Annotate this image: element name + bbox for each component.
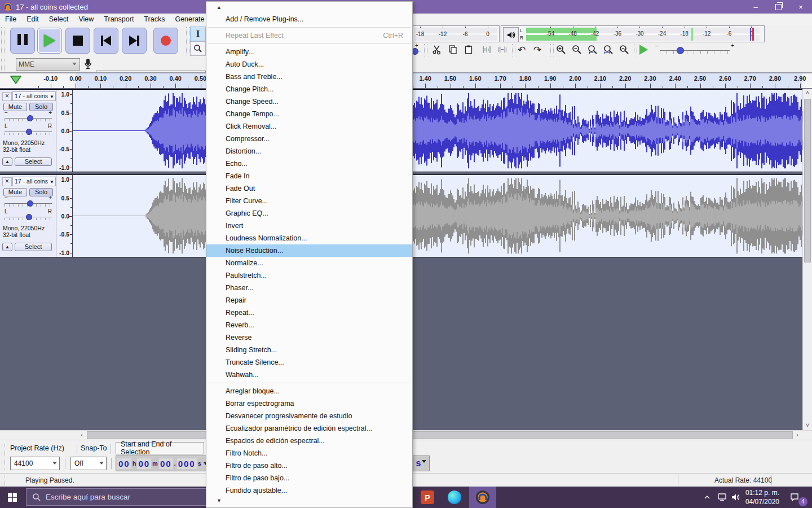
taskbar-powerpoint-button[interactable]: P: [415, 487, 440, 508]
taskbar-clock[interactable]: 01:12 p. m. 04/07/2020: [745, 488, 779, 506]
collapse-track-button[interactable]: ▲: [2, 243, 12, 251]
menubar-item-file[interactable]: File: [0, 14, 21, 25]
audio-host-combo[interactable]: MME: [16, 58, 80, 71]
menu-item-change-tempo[interactable]: Change Tempo...: [206, 108, 412, 120]
menu-item-reverse[interactable]: Reverse: [206, 331, 412, 344]
menu-item-espacios-de-edici-n-espectral[interactable]: Espacios de edición espectral...: [206, 435, 412, 447]
menu-item-graphic-eq[interactable]: Graphic EQ...: [206, 207, 412, 220]
menu-item-change-speed[interactable]: Change Speed...: [206, 95, 412, 108]
menu-item-invert[interactable]: Invert: [206, 220, 412, 232]
menu-item-ecualizador-param-trico-de-edici-n-espectral[interactable]: Ecualizador paramétrico de edición espec…: [206, 422, 412, 435]
menu-item-repeat[interactable]: Repeat...: [206, 306, 412, 319]
taskbar-edge-button[interactable]: [442, 487, 467, 508]
selection-start-time-field[interactable]: 00h00m00.000s: [116, 456, 209, 471]
menubar-item-tracks[interactable]: Tracks: [139, 14, 170, 25]
close-button[interactable]: ×: [789, 0, 812, 14]
track-2-vertical-ruler[interactable]: 1.00.50.0-0.5-1.0: [56, 175, 73, 257]
pan-slider-thumb[interactable]: [26, 214, 32, 220]
selection-mode-button[interactable]: Start and End of Selection: [116, 442, 204, 454]
cut-button[interactable]: [430, 43, 444, 56]
track-1-vertical-ruler[interactable]: 1.00.50.0-0.5-1.0: [56, 90, 73, 172]
menu-item-noise-reduction[interactable]: Noise Reduction...: [206, 244, 412, 257]
menubar-item-view[interactable]: View: [73, 14, 99, 25]
silence-audio-button[interactable]: [495, 43, 510, 56]
play-speed-slider[interactable]: ‒ +: [655, 43, 734, 56]
menu-item-filtro-notch[interactable]: Filtro Notch...: [206, 447, 412, 459]
menu-item-amplify[interactable]: Amplify...: [206, 46, 412, 58]
taskbar-search-box[interactable]: Escribe aquí para buscar: [26, 488, 206, 506]
pan-slider[interactable]: L R: [5, 127, 52, 136]
menu-item-filtro-de-paso-alto[interactable]: Filtro de paso alto...: [206, 459, 412, 472]
copy-button[interactable]: [445, 43, 460, 56]
zoom-out-button[interactable]: [570, 43, 584, 56]
menu-item-paulstretch[interactable]: Paulstretch...: [206, 269, 412, 282]
playback-meter-speaker-button[interactable]: [503, 27, 519, 42]
menu-item-filtro-de-paso-bajo[interactable]: Filtro de paso bajo...: [206, 472, 412, 484]
menu-item-fade-out[interactable]: Fade Out: [206, 182, 412, 195]
track-title-menu[interactable]: ▼17 - all coins: [12, 91, 56, 101]
selection-tool-button[interactable]: I: [190, 27, 206, 41]
horizontal-scroll-thumb[interactable]: [87, 431, 793, 439]
track-title-menu[interactable]: ▼17 - all coins: [12, 177, 56, 186]
trim-audio-button[interactable]: [479, 43, 494, 56]
stop-button[interactable]: [65, 28, 90, 54]
menu-item-echo[interactable]: Echo...: [206, 157, 412, 170]
gain-slider[interactable]: − +: [5, 199, 52, 208]
collapse-track-button[interactable]: ▲: [2, 157, 12, 166]
taskbar-audacity-button[interactable]: [469, 487, 496, 508]
scroll-left-arrow[interactable]: ‹: [77, 431, 86, 440]
scroll-up-arrow[interactable]: ˄: [803, 89, 812, 98]
gain-slider[interactable]: − +: [5, 113, 52, 122]
fit-selection-button[interactable]: [585, 43, 600, 56]
speed-slider-thumb[interactable]: [677, 47, 684, 54]
snap-to-combo[interactable]: Off: [70, 457, 107, 470]
pan-slider-thumb[interactable]: [26, 129, 32, 135]
record-button[interactable]: [153, 28, 178, 54]
menu-item-distortion[interactable]: Distortion...: [206, 145, 412, 157]
menu-item-click-removal[interactable]: Click Removal...: [206, 120, 412, 133]
recording-meter[interactable]: -18-12-60: [413, 25, 500, 42]
skip-to-start-button[interactable]: [94, 28, 118, 54]
selection-end-time-field-fragment[interactable]: s: [413, 456, 430, 471]
fit-project-button[interactable]: [601, 43, 616, 56]
menu-item-change-pitch[interactable]: Change Pitch...: [206, 83, 412, 95]
play-at-speed-button[interactable]: [636, 43, 651, 56]
start-button[interactable]: [0, 487, 25, 508]
menu-item-sliding-stretch[interactable]: Sliding Stretch...: [206, 344, 412, 356]
menu-item-normalize[interactable]: Normalize...: [206, 257, 412, 269]
menu-item-fade-in[interactable]: Fade In: [206, 170, 412, 182]
pan-slider[interactable]: L R: [5, 212, 52, 221]
track-2-waveform[interactable]: [73, 175, 802, 257]
vertical-scroll-thumb[interactable]: [804, 99, 811, 262]
menu-item-arreglar-bloque[interactable]: Arreglar bloque...: [206, 385, 412, 397]
menu-item-wahwah[interactable]: Wahwah...: [206, 369, 412, 381]
network-icon[interactable]: [717, 493, 727, 502]
menu-scroll-up[interactable]: ▲: [206, 2, 412, 13]
redo-button[interactable]: ↷: [530, 43, 545, 56]
menubar-item-edit[interactable]: Edit: [21, 14, 44, 25]
project-rate-combo[interactable]: 44100: [10, 457, 60, 470]
zoom-toggle-button[interactable]: [617, 43, 632, 56]
paste-button[interactable]: [461, 43, 476, 56]
undo-button[interactable]: ↶: [514, 43, 529, 56]
playback-meter[interactable]: L R -54-48-42-36-30-24-18-12-60: [501, 25, 765, 42]
edit-toolbar-grip[interactable]: [424, 44, 427, 56]
track-1-waveform[interactable]: [73, 90, 802, 172]
menu-item-auto-duck[interactable]: Auto Duck...: [206, 58, 412, 71]
pause-button[interactable]: [10, 28, 35, 54]
menu-item-repeat-last-effect[interactable]: Repeat Last EffectCtrl+R: [206, 29, 412, 42]
menubar-item-generate[interactable]: Generate: [170, 14, 209, 25]
skip-to-end-button[interactable]: [122, 28, 147, 54]
menu-item-bass-and-treble[interactable]: Bass and Treble...: [206, 71, 412, 83]
selection-toolbar-grip[interactable]: [2, 444, 5, 470]
menu-item-phaser[interactable]: Phaser...: [206, 282, 412, 294]
menubar-item-select[interactable]: Select: [44, 14, 74, 25]
scroll-down-arrow[interactable]: ˅: [803, 421, 812, 430]
play-button[interactable]: [37, 28, 62, 54]
menu-item-reverb[interactable]: Reverb...: [206, 319, 412, 331]
menu-item-add-remove-plug-ins[interactable]: Add / Remove Plug-ins...: [206, 13, 412, 25]
menu-item-compressor[interactable]: Compressor...: [206, 133, 412, 145]
menu-item-filter-curve[interactable]: Filter Curve...: [206, 195, 412, 207]
zoom-tool-button[interactable]: [190, 41, 206, 56]
select-track-button[interactable]: Select: [15, 243, 52, 251]
